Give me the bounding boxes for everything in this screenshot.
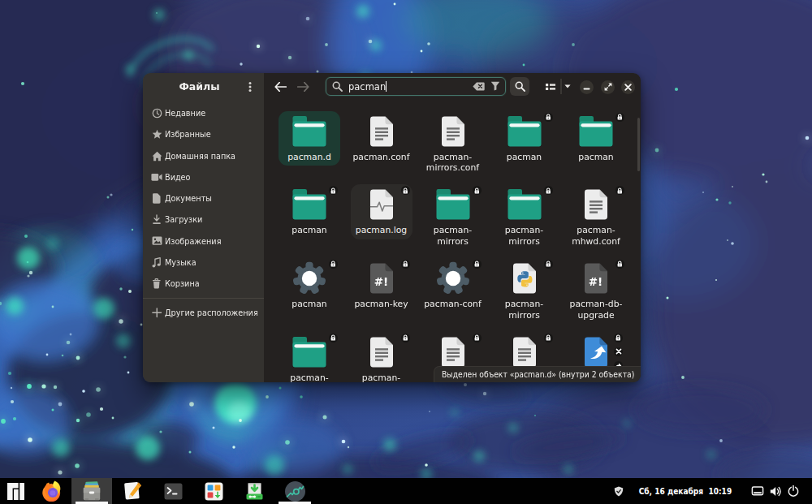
gear-file-icon [422, 261, 484, 296]
video-icon [151, 170, 162, 183]
home-icon [151, 149, 162, 162]
sidebar-item-label: Корзина [165, 278, 200, 289]
sidebar-item-3[interactable]: Видео [146, 166, 261, 187]
launcher-text-editor-icon[interactable] [112, 478, 153, 504]
power-icon[interactable] [784, 485, 802, 497]
file-item-pacman-[interactable]: pacman- [279, 332, 340, 382]
clear-search-icon[interactable] [473, 79, 485, 94]
emblems [401, 334, 410, 342]
trash-icon [151, 278, 162, 291]
file-name: pacman.log [351, 225, 412, 236]
file-item-pacman-db-upgrade[interactable]: #!pacman-db-upgrade [565, 258, 627, 324]
folder-file-icon [279, 334, 340, 370]
tray-icons [749, 485, 802, 497]
file-name: pacman-mirrors [422, 225, 484, 247]
file-item-pacman-mhwd.conf[interactable]: pacman-mhwd.conf [565, 184, 627, 250]
file-item-pacman-mirrors[interactable]: pacman-mirrors [494, 258, 555, 324]
sidebar-item-0[interactable]: Недавние [146, 102, 261, 123]
download-icon [151, 213, 162, 226]
emblems [329, 334, 338, 342]
plus-icon [151, 307, 162, 320]
sidebar-item-label: Загрузки [165, 214, 202, 225]
file-name: pacman [279, 299, 340, 310]
sidebar-item-8[interactable]: Корзина [146, 274, 261, 295]
sidebar-item-label: Изображения [165, 236, 221, 247]
text-file-icon [351, 334, 412, 370]
image-icon [151, 235, 162, 248]
headerbar: pacman [264, 73, 641, 100]
file-item-pacman[interactable]: pacman [279, 258, 340, 313]
sidebar-item-5[interactable]: Загрузки [146, 209, 261, 230]
file-name: pacman-mirrors.conf [422, 152, 484, 174]
sidebar-item-6[interactable]: Изображения [146, 230, 261, 252]
chevron-down-icon [564, 84, 571, 88]
file-name-line: pacman- [494, 225, 555, 236]
file-name-line: pacman- [422, 152, 484, 163]
scrollbar-thumb[interactable] [637, 118, 640, 171]
lock-emblem-icon [473, 186, 482, 195]
file-item-pacman.d[interactable]: pacman.d [279, 111, 340, 166]
search-toggle-button[interactable] [510, 77, 529, 96]
app-title: Файлы [143, 80, 241, 93]
log-file-icon [351, 187, 412, 222]
sidebar-item-2[interactable]: Домашняя папка [146, 145, 261, 166]
emblems [401, 186, 410, 195]
minimize-button[interactable] [580, 80, 594, 94]
file-item-pacman-mirrors[interactable]: pacman-mirrors [494, 184, 555, 250]
file-item-pacman-conf[interactable]: pacman-conf [422, 258, 484, 313]
launcher-package-installer-icon[interactable] [234, 478, 274, 504]
shield-check-icon[interactable] [613, 486, 624, 497]
clock[interactable]: Сб, 16 декабря 10:19 [638, 486, 732, 497]
file-name: pacman.d [279, 152, 340, 163]
launcher-firefox-icon[interactable] [31, 478, 71, 504]
file-item-pacman[interactable]: pacman [494, 111, 555, 166]
view-separator [560, 79, 562, 94]
sidebar-item-4[interactable]: Документы [146, 188, 261, 209]
folder-file-icon [565, 114, 627, 149]
sidebar-item-7[interactable]: Музыка [146, 252, 261, 273]
file-item-pacman-mirrors.conf[interactable]: pacman-mirrors.conf [422, 111, 484, 177]
close-button[interactable] [621, 80, 635, 94]
svg-text:#!: #! [589, 275, 603, 288]
close-icon [624, 84, 632, 91]
file-name: pacman-db-upgrade [565, 299, 627, 321]
file-item-pacman[interactable]: pacman [279, 184, 340, 239]
list-view-icon [546, 84, 555, 90]
launcher-terminal-icon[interactable] [153, 478, 193, 504]
svg-text:#!: #! [374, 275, 387, 288]
unreadable-emblem-icon [614, 347, 623, 356]
file-item-pacman-key[interactable]: #!pacman-key [351, 258, 412, 313]
lock-emblem-icon [329, 260, 338, 269]
file-item-pacman-[interactable]: pacman- [351, 332, 412, 382]
filter-icon[interactable] [490, 79, 500, 94]
file-item-pacman.log[interactable]: pacman.log [351, 184, 412, 239]
restore-button[interactable] [601, 80, 615, 94]
lock-emblem-icon [401, 334, 410, 342]
launcher-system-monitor-icon[interactable] [274, 478, 315, 504]
file-item-pacman.conf[interactable]: pacman.conf [351, 111, 412, 166]
view-toggle-button[interactable] [546, 77, 571, 96]
file-item-pacman-mirrors[interactable]: pacman-mirrors [422, 184, 484, 250]
sidebar-item-label: Видео [165, 172, 191, 183]
sidebar-item-other-locations[interactable]: Другие расположения [146, 303, 261, 324]
python-file-icon [494, 261, 555, 296]
file-name: pacman-mirrors [494, 225, 555, 247]
launcher-file-manager-icon[interactable] [71, 478, 112, 504]
folder-file-icon [279, 187, 340, 222]
star-icon [151, 128, 162, 141]
forward-button[interactable] [293, 77, 313, 97]
text-file-icon [494, 334, 555, 370]
display-icon[interactable] [749, 486, 767, 497]
back-button[interactable] [270, 77, 290, 97]
menu-kebab-button[interactable] [241, 78, 259, 96]
sidebar-item-1[interactable]: Избранные [146, 124, 261, 145]
sidebar-header: Файлы [143, 73, 264, 100]
search-entry-actions [473, 79, 500, 94]
launcher-software-icon[interactable] [193, 478, 234, 504]
file-name-line: pacman- [494, 299, 555, 310]
launcher-manjaro-logo[interactable] [0, 478, 31, 504]
file-item-pacman[interactable]: pacman [565, 111, 627, 166]
volume-icon[interactable] [767, 486, 784, 497]
search-input[interactable]: pacman [326, 77, 506, 96]
file-name: pacman- [279, 373, 340, 382]
